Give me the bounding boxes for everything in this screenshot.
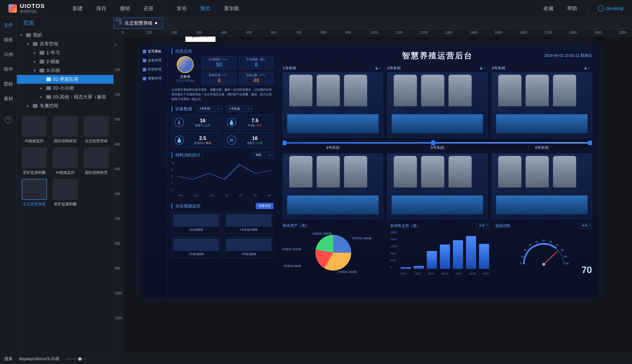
thumbnail[interactable]: 生态智慧养殖	[82, 116, 111, 144]
thumbnail[interactable]: 园区招商租赁	[51, 116, 80, 144]
thumbnail[interactable]: 窑炉监测和酿	[51, 179, 80, 206]
help-icon[interactable]: ?	[5, 116, 12, 123]
thumbnail[interactable]: AI视频监控	[20, 116, 49, 144]
svg-text:0: 0	[520, 262, 522, 265]
info-cell: 车间规模（栋）8	[239, 56, 273, 70]
pie-label: 4号车间 2000尾	[312, 232, 332, 236]
tree-node[interactable]: 01-界面应用	[17, 75, 114, 84]
video-section: 全站视频监控 查看全部 东北端视角1号鱼池主视角2号鱼池视角3号鱼池视角	[171, 203, 273, 258]
app-logo: UIOTOS 前端零代码	[9, 3, 45, 14]
video-title: 全站视频监控	[171, 203, 200, 209]
logo-text: UIOTOS	[20, 3, 45, 9]
svg-text:40: 40	[535, 240, 538, 243]
svg-point-12	[542, 263, 545, 266]
thumbnail[interactable]: 窑炉监测和酿	[20, 147, 49, 175]
thumbnail-grid: AI视频监控园区招商租赁生态智慧养殖窑炉监测和酿AI视频监控园区招商租赁生态智慧…	[17, 112, 114, 354]
modified-dot-icon	[155, 22, 157, 24]
info-section: 信息总览 王秋华 13717747232 占地面积（㎡）50车间规模（栋）8养殖…	[171, 48, 273, 102]
sales-period-select[interactable]: 本周	[477, 223, 489, 228]
workshop-card[interactable]	[387, 154, 488, 219]
svg-text:10: 10	[521, 255, 524, 258]
energy-period-select[interactable]: 本周	[579, 223, 592, 228]
svg-text:100: 100	[565, 262, 569, 265]
tree-node[interactable]: ▾3-示例	[17, 66, 114, 75]
workshop-select[interactable]: 1号车间	[196, 106, 222, 112]
user-menu[interactable]: develop	[598, 6, 623, 11]
timeline-slider[interactable]	[283, 142, 592, 144]
dashboard-datetime: 2024-06-02 20:50:11 星期日	[544, 53, 592, 58]
feed-type-select[interactable]: 饲料	[252, 152, 273, 158]
pie-label: 5号车间 1899尾	[352, 236, 372, 240]
dash-nav-item[interactable]: 首页看板	[143, 49, 165, 54]
sensor-card: ≋16温度℃ / 正常	[224, 132, 273, 148]
rail-文件[interactable]: 文件	[4, 22, 13, 28]
menu-保存[interactable]: 保存	[94, 3, 109, 14]
video-card[interactable]: 1号鱼池主视角	[224, 212, 273, 234]
logo-subtitle: 前端零代码	[20, 10, 45, 14]
info-description: 公司多年来始终以技术领先、质量过硬、服务一流为经营理念，已在国内外养殖业做出了卓…	[171, 87, 273, 102]
user-icon	[598, 6, 604, 11]
zoom-control[interactable]	[66, 358, 87, 359]
rail-示例[interactable]: 示例	[4, 51, 13, 58]
workshop-card[interactable]	[283, 154, 383, 219]
svg-text:90: 90	[564, 255, 567, 258]
dash-nav-item[interactable]: 预警管理	[143, 76, 165, 81]
status-path: displays/demo/3-示例	[19, 356, 59, 362]
bar	[414, 266, 424, 269]
rail-组件[interactable]: 组件	[4, 66, 13, 72]
tree-node[interactable]: ▾共享空间	[17, 40, 114, 48]
tree-node[interactable]: ▸专属空间	[17, 102, 114, 110]
svg-text:60: 60	[549, 240, 552, 243]
left-rail: 文件模板示例组件图标素材 ?	[0, 17, 17, 354]
tree-node[interactable]: ▸02-小示例	[17, 84, 114, 92]
canvas-viewport[interactable]: 首页看板设备管理经营管理预警管理 信息总览 王秋华 13717747232	[123, 36, 632, 354]
tree-node[interactable]: ▸1-学习	[17, 48, 114, 57]
menu-favorites[interactable]: 收藏	[541, 3, 556, 14]
menu-预览[interactable]: 预览	[198, 3, 213, 14]
bar	[427, 251, 437, 269]
workshop-label: 6号车间	[492, 145, 592, 150]
document-tab-label: 生态智慧养殖	[125, 20, 152, 26]
tree-node[interactable]: ▾我的	[17, 31, 114, 40]
menu-新建[interactable]: 新建	[70, 3, 85, 14]
thumbnail[interactable]: 园区招商租赁	[82, 147, 111, 175]
tree-node[interactable]: ▸03-其他：组态大屏（兼容	[17, 92, 114, 102]
energy-gauge: 0102030405060708090100	[518, 240, 569, 267]
menu-help[interactable]: 帮助	[565, 3, 580, 14]
tree-node[interactable]: ▸2-模板	[17, 57, 114, 66]
search-label[interactable]: 搜索	[4, 356, 13, 362]
feed-title: 饲料消耗统计：	[171, 152, 205, 158]
pond-select[interactable]: 1号鱼池	[226, 106, 252, 112]
info-cell: 占地面积（㎡）50	[202, 56, 236, 70]
feed-section: 饲料消耗统计： 饲料 108642 10月11月12月1月2月3月4月	[171, 152, 273, 197]
sensor-card: 🌡16温度℃ / 正常	[171, 115, 221, 130]
menu-还原[interactable]: 还原	[141, 3, 156, 14]
menu-重加载[interactable]: 重加载	[222, 3, 242, 14]
video-card[interactable]: 东北端视角	[171, 212, 221, 234]
assets-pie-chart	[315, 235, 351, 270]
svg-text:70: 70	[556, 244, 559, 246]
video-card[interactable]: 3号鱼池视角	[224, 236, 273, 258]
status-bar: 搜索 displays/demo/3-示例	[0, 354, 632, 364]
pie-label: 2号车间 698尾	[283, 264, 301, 268]
video-card[interactable]: 2号鱼池视角	[171, 236, 221, 258]
dash-nav-item[interactable]: 设备管理	[143, 58, 165, 63]
sidebar-tab-page[interactable]: 页面	[17, 19, 41, 27]
menu-发布[interactable]: 发布	[174, 3, 189, 14]
menu-撤销[interactable]: 撤销	[117, 3, 132, 14]
rail-素材[interactable]: 素材	[4, 96, 13, 102]
workshop-label: 4号车间	[283, 145, 383, 150]
workshop-card[interactable]: 2号车间▣ ⤢	[387, 66, 488, 138]
thumbnail[interactable]: 生态智慧养殖	[20, 179, 49, 206]
workshop-card[interactable]: 3号车间▣ ⤢	[492, 66, 592, 138]
thumbnail[interactable]: AI视频监控	[51, 147, 80, 175]
view-all-button[interactable]: 查看全部	[256, 203, 273, 209]
avatar-name: 王秋华	[171, 75, 199, 79]
workshop-card[interactable]	[492, 154, 592, 219]
dash-nav-item[interactable]: 经营管理	[143, 67, 165, 72]
feed-line-chart: 108642 10月11月12月1月2月3月4月	[171, 160, 273, 197]
rail-图标[interactable]: 图标	[4, 81, 13, 87]
rail-模板[interactable]: 模板	[4, 36, 13, 43]
workshop-card[interactable]: 1号车间▣ ⤢	[283, 66, 383, 138]
energy-title: 能源消耗	[496, 223, 511, 228]
